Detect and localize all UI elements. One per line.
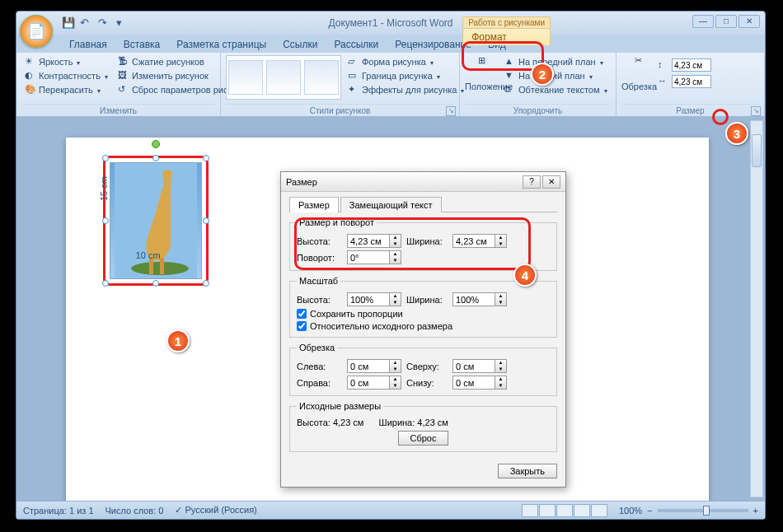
crop-right-input[interactable]: ▲▼ — [347, 376, 401, 390]
scale-width-input[interactable]: ▲▼ — [452, 292, 507, 306]
position-button[interactable]: ⊞Положение — [465, 55, 498, 96]
status-page[interactable]: Страница: 1 из 1 — [23, 506, 94, 516]
dialog-title-bar[interactable]: Размер ? ✕ — [281, 172, 565, 192]
recolor-button[interactable]: 🎨Перекрасить — [21, 83, 111, 96]
close-dialog-button[interactable]: Закрыть — [498, 464, 557, 478]
group-size-title: Размер↘ — [621, 104, 759, 115]
zoom-control[interactable]: 100% − + — [619, 506, 758, 516]
zoom-slider[interactable] — [658, 509, 748, 512]
callout-num-1: 1 — [166, 329, 190, 352]
crop-button[interactable]: ✂Обрезка — [621, 55, 654, 91]
contrast-button[interactable]: ◐Контрастность — [21, 69, 111, 82]
dialog-help-button[interactable]: ? — [523, 175, 541, 189]
callout-num-4: 4 — [513, 264, 537, 287]
tab-insert[interactable]: Вставка — [115, 36, 169, 53]
original-width: Ширина: 4,23 см — [379, 418, 448, 427]
crop-top-input[interactable]: ▲▼ — [452, 359, 507, 373]
svg-rect-3 — [149, 258, 153, 274]
group-arrange-title: Упорядочить — [465, 104, 611, 115]
tab-layout[interactable]: Разметка страницы — [168, 36, 274, 53]
crop-left-input[interactable]: ▲▼ — [347, 359, 401, 373]
vertical-scrollbar[interactable] — [750, 120, 763, 497]
original-size-group: Исходные размеры Высота: 4,23 см Ширина:… — [289, 401, 557, 452]
selected-image[interactable]: 15 cm 10 cm — [103, 156, 209, 286]
size-dialog: Размер ? ✕ Размер Замещающий текст Разме… — [280, 171, 566, 488]
close-button[interactable]: ✕ — [738, 15, 760, 28]
zoom-in-icon[interactable]: + — [753, 506, 758, 516]
height-annotation: 15 cm — [99, 176, 109, 201]
status-words[interactable]: Число слов: 0 — [105, 506, 164, 516]
title-bar: 📄 💾 ↶ ↷ ▾ Документ1 - Microsoft Word — □… — [16, 12, 765, 35]
rotation-handle[interactable] — [152, 140, 160, 148]
dialog-title: Размер — [286, 177, 317, 187]
view-buttons[interactable] — [522, 504, 607, 517]
minimize-button[interactable]: — — [692, 15, 714, 28]
contextual-tab-group: Работа с рисунками Формат — [462, 16, 551, 45]
callout-num-3: 3 — [725, 122, 748, 145]
lock-aspect-checkbox[interactable]: Сохранить пропорции — [297, 309, 550, 319]
dialog-tab-size[interactable]: Размер — [289, 197, 339, 212]
picture-shape-button[interactable]: ▱Форма рисунка — [345, 55, 467, 68]
original-height: Высота: 4,23 см — [297, 418, 363, 427]
send-back-button[interactable]: ▼На задний план — [501, 69, 611, 82]
tab-home[interactable]: Главная — [61, 36, 115, 53]
dialog-close-button[interactable]: ✕ — [542, 175, 560, 189]
height-input[interactable]: ▲▼ — [347, 234, 401, 248]
tab-mailings[interactable]: Рассылки — [326, 36, 387, 53]
group-adjust-title: Изменить — [21, 104, 215, 115]
rotation-label: Поворот: — [297, 253, 342, 263]
status-bar: Страница: 1 из 1 Число слов: 0 ✓ Русский… — [16, 501, 765, 519]
size-launcher-icon[interactable]: ↘ — [751, 106, 761, 116]
relative-checkbox[interactable]: Относительно исходного размера — [297, 321, 550, 331]
dialog-tab-alt[interactable]: Замещающий текст — [340, 197, 442, 212]
width-spinner[interactable]: ↔ — [658, 75, 711, 88]
width-label: Ширина: — [406, 236, 448, 246]
styles-launcher-icon[interactable]: ↘ — [446, 106, 456, 116]
giraffe-image[interactable] — [110, 162, 202, 279]
brightness-button[interactable]: ☀Яркость — [21, 55, 111, 68]
scale-height-input[interactable]: ▲▼ — [347, 292, 401, 306]
reset-button[interactable]: Сброс — [398, 431, 449, 446]
tab-format[interactable]: Формат — [462, 28, 551, 45]
height-label: Высота: — [297, 236, 342, 246]
width-input[interactable]: ▲▼ — [452, 234, 507, 248]
tab-references[interactable]: Ссылки — [274, 36, 326, 53]
text-wrap-button[interactable]: ⧉Обтекание текстом — [501, 83, 611, 96]
bring-front-button[interactable]: ▲На передний план — [501, 55, 611, 68]
status-lang[interactable]: ✓ Русский (Россия) — [175, 505, 256, 516]
crop-group: Обрезка Слева: ▲▼ Сверху: ▲▼ Справа: ▲▼ … — [289, 343, 557, 396]
ribbon-tabs: Главная Вставка Разметка страницы Ссылки… — [16, 35, 765, 53]
ribbon: ☀Яркость ◐Контрастность 🎨Перекрасить 🗜Сж… — [16, 53, 765, 117]
width-annotation: 10 cm — [136, 250, 161, 260]
picture-border-button[interactable]: ▭Граница рисунка — [345, 69, 467, 82]
svg-rect-4 — [160, 258, 164, 274]
maximize-button[interactable]: □ — [715, 15, 737, 28]
group-styles-title: Стили рисунков↘ — [226, 104, 454, 115]
picture-effects-button[interactable]: ✦Эффекты для рисунка — [345, 83, 467, 96]
picture-styles-gallery[interactable] — [226, 55, 341, 100]
scale-group: Масштаб Высота: ▲▼ Ширина: ▲▼ Сохранить … — [289, 276, 557, 338]
size-rotate-group: Размер и поворот Высота: ▲▼ Ширина: ▲▼ П… — [289, 217, 557, 271]
zoom-out-icon[interactable]: − — [647, 506, 652, 516]
svg-point-2 — [162, 170, 172, 180]
office-button[interactable]: 📄 — [20, 15, 53, 48]
rotation-input[interactable]: ▲▼ — [347, 250, 401, 264]
window-title: Документ1 - Microsoft Word — [16, 17, 765, 29]
context-tab-label: Работа с рисунками — [462, 16, 551, 28]
zoom-level[interactable]: 100% — [619, 506, 642, 516]
height-spinner[interactable]: ↕ — [658, 58, 711, 72]
crop-bottom-input[interactable]: ▲▼ — [452, 376, 507, 390]
callout-num-2: 2 — [531, 63, 554, 86]
